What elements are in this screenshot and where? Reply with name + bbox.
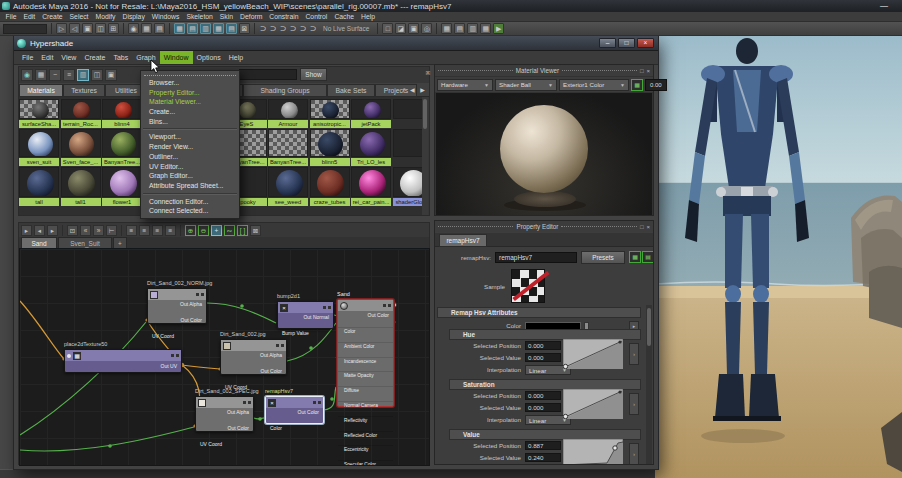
browser-toolbar-icon[interactable]: ≡ <box>63 69 75 81</box>
maya-menu-skin[interactable]: Skin <box>216 12 236 21</box>
port-ambient-color[interactable]: Ambient Color <box>338 342 393 349</box>
graph-tab-sven_suit[interactable]: Sven_Suit <box>58 237 112 249</box>
toolbar-icon[interactable]: ▤ <box>226 23 237 34</box>
show-button[interactable]: Show <box>300 68 327 81</box>
toolbar-icon[interactable]: ⊠ <box>239 23 250 34</box>
menu-item-material-viewer[interactable]: Material Viewer... <box>141 97 239 107</box>
toolbar-icon[interactable]: ▥ <box>200 23 211 34</box>
hypershade-menu-options[interactable]: Options <box>193 51 225 64</box>
port-reflected-color[interactable]: Reflected Color <box>338 431 393 438</box>
node-menu-icon[interactable] <box>328 306 331 309</box>
node-gear-icon[interactable] <box>383 304 386 307</box>
hypershade-titlebar[interactable]: Hypershade – □ × <box>14 36 658 51</box>
menu-item-graph-editor[interactable]: Graph Editor... <box>141 171 239 181</box>
sample-swatch[interactable] <box>511 269 545 303</box>
node-toolbar-icon[interactable]: ⊖ <box>198 225 209 236</box>
port-out-color[interactable]: Out Color <box>148 316 206 324</box>
tab-textures[interactable]: Textures <box>63 84 105 97</box>
graph-tab-sand[interactable]: Sand <box>21 237 57 249</box>
show-input-output-icon[interactable]: ▦ <box>629 251 641 263</box>
selected-position-field[interactable]: 0.000 <box>525 391 561 400</box>
toolbar-icon[interactable]: ◎ <box>421 23 432 34</box>
material-swatch[interactable] <box>393 99 424 119</box>
snap-magnet-icon[interactable]: ⊃ <box>309 24 317 33</box>
search-input[interactable] <box>239 69 297 80</box>
snap-magnet-icon[interactable]: ⊃ <box>269 24 277 33</box>
node-toolbar-icon[interactable]: [ ] <box>237 225 248 236</box>
maya-menu-modify[interactable]: Modify <box>92 12 119 21</box>
port-normal-camera[interactable]: Normal Camera <box>338 401 393 408</box>
node-toolbar-icon[interactable]: ⊢ <box>106 225 117 236</box>
panel-close-icon[interactable]: × <box>647 224 651 230</box>
maya-menu-windows[interactable]: Windows <box>148 12 183 21</box>
port-bump-value[interactable]: Bump Value <box>278 329 333 337</box>
node-menu-icon[interactable] <box>176 354 179 357</box>
section-remap-hsv-attributes[interactable]: Remap Hsv Attributes <box>437 307 641 318</box>
node-menu-icon[interactable] <box>281 344 284 347</box>
menuset-dropdown[interactable] <box>3 24 47 34</box>
ramp-menu-button[interactable]: › <box>629 443 639 465</box>
port-reflectivity[interactable]: Reflectivity <box>338 416 393 423</box>
node-toolbar-icon[interactable]: ⊕ <box>185 225 196 236</box>
hypershade-maximize-button[interactable]: □ <box>618 38 635 48</box>
hypershade-menu-create[interactable]: Create <box>80 51 109 64</box>
browser-scrollbar[interactable] <box>422 97 428 215</box>
maya-menu-file[interactable]: File <box>2 12 20 21</box>
show-hide-icon[interactable]: ▤ <box>642 251 654 263</box>
material-swatch[interactable] <box>310 99 350 119</box>
node-place2dtexture50[interactable]: ▦Out UV <box>64 349 182 373</box>
property-editor-header[interactable]: Property Editor □ × <box>435 221 653 232</box>
toolbar-icon[interactable]: ▥ <box>467 23 478 34</box>
material-viewer-header[interactable]: Material Viewer □ × <box>435 65 653 76</box>
port-uv-coord[interactable]: UV Coord <box>196 440 253 448</box>
panel-close-icon[interactable]: × <box>426 69 430 76</box>
toolbar-icon[interactable]: ▦ <box>174 23 185 34</box>
node-norm[interactable]: Out AlphaOut ColorUV Coord <box>147 288 207 324</box>
snap-magnet-icon[interactable]: ⊃ <box>299 24 307 33</box>
hypershade-menu-view[interactable]: View <box>57 51 80 64</box>
tab-shading-groups[interactable]: Shading Groups <box>243 84 327 97</box>
menu-item-bins[interactable]: Bins... <box>141 117 239 127</box>
selected-position-field[interactable]: 0.887 <box>525 441 561 450</box>
hypershade-menu-help[interactable]: Help <box>225 51 247 64</box>
toolbar-icon[interactable]: ▣ <box>408 23 419 34</box>
shader-ball-view[interactable] <box>436 93 652 215</box>
tab-materials[interactable]: Materials <box>19 84 63 97</box>
node-toolbar-icon[interactable]: » <box>93 225 104 236</box>
snap-magnet-icon[interactable]: ⊃ <box>289 24 297 33</box>
browser-toolbar-icon[interactable]: ◫ <box>91 69 103 81</box>
material-swatch[interactable] <box>310 129 350 157</box>
hypershade-minimize-button[interactable]: – <box>599 38 616 48</box>
minimize-button[interactable]: — <box>880 1 888 10</box>
node-toolbar-icon[interactable]: ⊠ <box>250 225 261 236</box>
menu-item-connection-editor[interactable]: Connection Editor... <box>141 197 239 207</box>
menu-item-browser[interactable]: Browser... <box>141 78 239 88</box>
node-sand[interactable]: Out ColorColorAmbient ColorIncandescence… <box>337 299 394 407</box>
geometry-dropdown[interactable]: Shader Ball▼ <box>495 79 557 91</box>
tab-scroll-arrows[interactable]: ∕ ◀ ▶ <box>403 86 427 93</box>
toolbar-icon[interactable]: ▦ <box>441 23 452 34</box>
curve-ramp-value[interactable] <box>563 439 623 465</box>
port-out-normal[interactable]: Out Normal <box>278 313 333 321</box>
node-toolbar-icon[interactable]: ◂ <box>34 225 45 236</box>
node-gear-icon[interactable] <box>196 293 199 296</box>
menu-item-outliner[interactable]: Outliner... <box>141 152 239 162</box>
toolbar-icon[interactable]: ▦ <box>480 23 491 34</box>
node-graph[interactable]: Out AlphaOut ColorUV CoordDirt_Sand_002_… <box>20 249 429 465</box>
toolbar-icon[interactable]: ▦ <box>213 23 224 34</box>
tab-remaphsv7[interactable]: remapHsv7 <box>439 234 487 247</box>
hypershade-close-button[interactable]: × <box>637 38 654 48</box>
node-menu-icon[interactable] <box>318 401 321 404</box>
snap-magnet-icon[interactable]: ⊃ <box>259 24 267 33</box>
maya-menu-display[interactable]: Display <box>119 12 148 21</box>
toolbar-icon[interactable]: ▤ <box>454 23 465 34</box>
browser-toolbar-icon[interactable]: ▦ <box>35 69 47 81</box>
port-out-color[interactable]: Out Color <box>221 367 286 375</box>
exposure-value[interactable]: 0.00 <box>645 79 667 91</box>
node-bump2d1[interactable]: ×Out NormalBump Value <box>277 301 334 329</box>
material-swatch[interactable] <box>61 167 101 197</box>
node-name-field[interactable]: remapHsv7 <box>495 252 577 263</box>
hypershade-menu-edit[interactable]: Edit <box>37 51 57 64</box>
material-swatch[interactable] <box>268 129 308 157</box>
hypershade-menu-tabs[interactable]: Tabs <box>109 51 132 64</box>
